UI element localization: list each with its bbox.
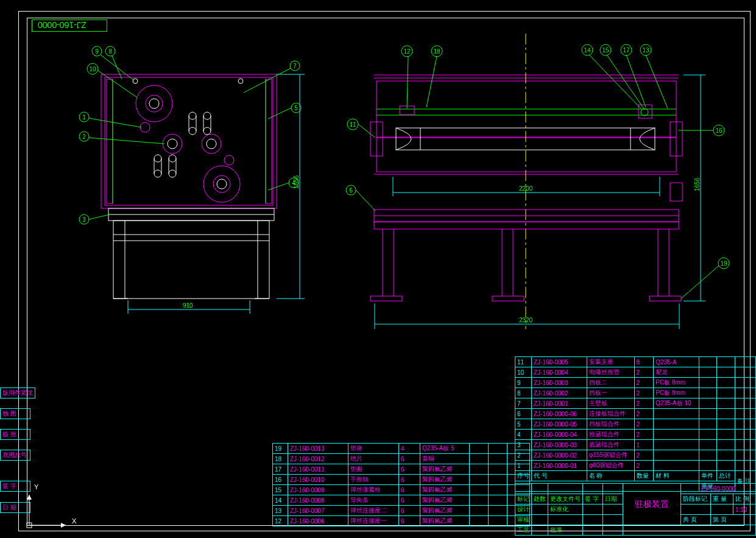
- svg-point-22: [189, 112, 196, 119]
- svg-point-19: [238, 79, 243, 83]
- svg-text:9: 9: [95, 48, 99, 55]
- svg-text:19: 19: [720, 260, 727, 267]
- svg-point-8: [149, 99, 159, 108]
- svg-text:2200: 2200: [519, 185, 533, 192]
- svg-marker-154: [27, 495, 32, 500]
- svg-line-132: [607, 55, 645, 110]
- svg-rect-79: [370, 296, 402, 301]
- table-row: 12ZJ-160-0006弹丝连接座一6聚四氟乙烯: [273, 516, 530, 526]
- svg-point-6: [136, 85, 172, 122]
- sidebar-block: 独 图: [0, 408, 30, 419]
- table-row: 9ZJ-160-0003挡板二2PC板 8mm: [515, 378, 756, 388]
- svg-line-130: [589, 55, 641, 108]
- svg-point-16: [140, 122, 150, 132]
- svg-rect-67: [638, 105, 652, 118]
- svg-point-15: [207, 139, 216, 149]
- table-row: 13ZJ-160-0007弹丝连接座二6聚四氟乙烯: [273, 506, 530, 516]
- svg-point-31: [154, 170, 161, 177]
- svg-text:14: 14: [584, 47, 591, 54]
- sidebar-block: 底图总号: [0, 450, 30, 461]
- svg-text:5: 5: [294, 105, 298, 111]
- svg-text:15: 15: [602, 47, 609, 54]
- table-row: 4ZJ-160-0000-04推涵辊合件2: [515, 430, 756, 440]
- svg-line-105: [89, 118, 141, 127]
- svg-point-27: [203, 127, 211, 135]
- svg-line-101: [244, 68, 291, 93]
- svg-point-34: [169, 155, 176, 162]
- svg-line-111: [89, 214, 110, 219]
- svg-rect-2: [107, 79, 113, 204]
- svg-text:7: 7: [293, 63, 297, 69]
- svg-text:910: 910: [183, 302, 193, 309]
- sidebar-block: 版用件宽忧: [0, 388, 35, 398]
- svg-line-124: [356, 190, 375, 211]
- svg-marker-153: [61, 523, 66, 528]
- drawing-pn: ZJ-160-0000: [681, 484, 756, 494]
- title-block: 驻极装置 ZJ-160-0000 标记处数更改文件号签 字日期 阶段标记重 量比…: [515, 483, 756, 536]
- table-row: 2ZJ-160-0000-02φ155驱辊合件2: [515, 450, 756, 461]
- svg-rect-65: [670, 183, 682, 201]
- svg-point-11: [217, 179, 227, 189]
- svg-text:1656: 1656: [694, 177, 701, 191]
- table-row: 3ZJ-160-0000-03底涵辊合件1: [515, 440, 756, 450]
- svg-point-13: [168, 139, 177, 149]
- svg-text:17: 17: [623, 47, 630, 54]
- svg-line-128: [426, 56, 437, 107]
- svg-point-7: [146, 95, 163, 112]
- table-row: 8ZJ-160-0002挡板一2PC板 8mm: [515, 388, 756, 398]
- svg-rect-38: [113, 221, 269, 299]
- svg-text:4: 4: [292, 180, 295, 186]
- svg-point-26: [203, 112, 211, 119]
- svg-text:12: 12: [403, 48, 411, 55]
- svg-line-136: [646, 55, 668, 108]
- table-row: 19ZJ-160-0013垫块4Q235-A板 5: [273, 444, 530, 454]
- svg-rect-54: [376, 138, 676, 172]
- svg-point-9: [203, 166, 240, 202]
- svg-text:11: 11: [349, 121, 356, 128]
- svg-text:2320: 2320: [519, 317, 533, 324]
- svg-line-99: [98, 71, 137, 97]
- svg-line-107: [89, 138, 164, 144]
- sidebar-block: 核 推: [0, 429, 30, 440]
- svg-rect-0: [101, 74, 277, 208]
- svg-point-35: [169, 170, 176, 177]
- svg-text:13: 13: [642, 47, 649, 54]
- svg-rect-80: [492, 296, 524, 301]
- table-row: 17ZJ-160-0011垫圈6聚四氟乙烯: [273, 464, 530, 475]
- ucs-x-label: X: [72, 517, 76, 525]
- svg-text:16: 16: [715, 127, 722, 134]
- table-row: 18ZJ-160-0012绝片6黄铜: [273, 454, 530, 464]
- svg-text:18: 18: [433, 48, 440, 55]
- svg-rect-72: [374, 222, 679, 229]
- table-row: 6ZJ-160-0000-06连接板辊合件2: [515, 409, 756, 419]
- bom-table-upper: 11ZJ-160-0005安装支座8Q235-A 10ZJ-160-0004电曝…: [515, 356, 756, 492]
- svg-point-23: [189, 127, 196, 135]
- svg-text:2: 2: [82, 133, 86, 140]
- svg-point-30: [154, 155, 161, 162]
- ucs-y-label: Y: [34, 483, 38, 490]
- table-row: 15ZJ-160-0009弹丝张紧栓6聚四氟乙烯: [273, 485, 530, 495]
- svg-line-126: [407, 56, 408, 108]
- table-row: 16ZJ-160-0010手推轴6聚四氟乙烯: [273, 475, 530, 485]
- svg-text:6: 6: [349, 187, 353, 194]
- svg-point-12: [163, 134, 182, 154]
- svg-rect-1: [105, 77, 273, 205]
- svg-line-97: [112, 56, 122, 79]
- svg-point-10: [213, 175, 230, 193]
- svg-rect-3: [266, 79, 272, 204]
- table-row: 11ZJ-160-0005安装支座8Q235-A: [515, 357, 756, 367]
- svg-point-14: [202, 134, 221, 154]
- svg-text:10: 10: [89, 66, 96, 73]
- table-row: 1ZJ-160-0000-01φ80驱辊合件2: [515, 461, 756, 471]
- ucs-icon: [23, 492, 78, 534]
- svg-point-18: [133, 79, 138, 83]
- svg-text:3: 3: [82, 216, 86, 223]
- table-row: 14ZJ-160-0008导向条6聚四氟乙烯: [273, 495, 530, 506]
- sidebar-block: 签 字: [0, 481, 30, 492]
- svg-text:1: 1: [82, 114, 86, 121]
- svg-line-122: [358, 124, 375, 138]
- table-row: 10ZJ-160-0004电曝丝推管2尼龙: [515, 367, 756, 378]
- table-row: 7ZJ-160-0001主壁板2Q235-A板 10: [515, 398, 756, 409]
- bom-table-lower: 19ZJ-160-0013垫块4Q235-A板 5 18ZJ-160-0012绝…: [272, 443, 530, 526]
- svg-point-17: [224, 155, 234, 165]
